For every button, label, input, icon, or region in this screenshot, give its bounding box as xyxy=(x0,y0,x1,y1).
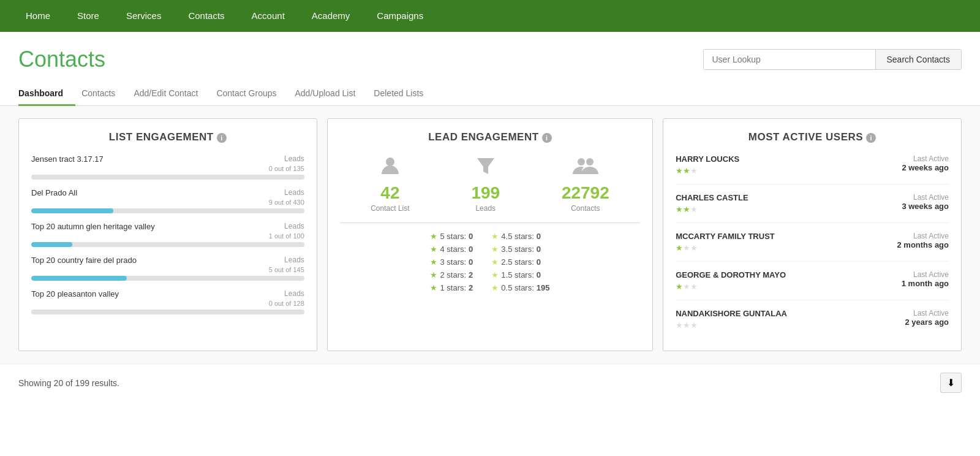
user-active: Last Active 2 years ago xyxy=(905,309,949,327)
progress-bar-bg xyxy=(31,310,304,314)
user-info: MCCARTY FAMILY TRUST ★★★ xyxy=(676,232,775,253)
user-row: George & Dorothy Mayo ★★★ Last Active 1 … xyxy=(676,270,949,300)
user-active: Last Active 3 weeks ago xyxy=(902,193,949,211)
star-row: ★ 0.5 stars: 195 xyxy=(491,283,549,292)
cards-row: LIST ENGAGEMENT i Jensen tract 3.17.17 L… xyxy=(18,118,962,351)
tab-add-upload-list[interactable]: Add/Upload List xyxy=(295,82,368,106)
star-empty-icon: ★ xyxy=(683,321,690,330)
list-item-subtext: 9 out of 430 xyxy=(31,199,304,206)
lead-stat-contacts: 22792 Contacts xyxy=(562,154,609,213)
star-empty-icon: ★ xyxy=(690,321,698,330)
tab-contact-groups[interactable]: Contact Groups xyxy=(216,82,288,106)
star-row: ★ 1 stars: 2 xyxy=(430,283,473,292)
star-empty-icon: ★ xyxy=(683,282,690,291)
header-area: Contacts Search Contacts xyxy=(0,32,980,82)
list-item: Top 20 pleasanton valley Leads 0 out of … xyxy=(31,289,304,314)
star-val: 0 xyxy=(537,257,541,267)
star-val: 195 xyxy=(537,283,550,292)
user-name: MCCARTY FAMILY TRUST xyxy=(676,232,775,241)
star-icon: ★ xyxy=(491,270,499,279)
nav-account[interactable]: Account xyxy=(238,0,298,32)
contact-list-label: Contact List xyxy=(371,204,409,213)
nav-campaigns[interactable]: Campaigns xyxy=(363,0,437,32)
lead-engagement-title: LEAD ENGAGEMENT i xyxy=(340,131,640,143)
lead-stat-contactlist: 42 Contact List xyxy=(371,154,409,213)
tab-contacts[interactable]: Contacts xyxy=(81,82,127,106)
user-active: Last Active 2 months ago xyxy=(897,232,949,249)
users-container: HARRY LOUCKS ★★★ Last Active 2 weeks ago… xyxy=(676,154,949,338)
main-content: LIST ENGAGEMENT i Jensen tract 3.17.17 L… xyxy=(0,106,980,363)
nav-store[interactable]: Store xyxy=(64,0,113,32)
user-info: George & Dorothy Mayo ★★★ xyxy=(676,270,786,291)
user-stars: ★★★ xyxy=(676,205,748,214)
tab-deleted-lists[interactable]: Deleted Lists xyxy=(374,82,435,106)
user-info: CHARLES CASTLE ★★★ xyxy=(676,193,748,214)
user-active-label: Last Active xyxy=(902,270,949,279)
star-row: ★ 3 stars: 0 xyxy=(430,257,473,267)
lead-engagement-card: LEAD ENGAGEMENT i 42 Contact List xyxy=(327,118,653,351)
search-input[interactable] xyxy=(704,50,875,69)
star-row: ★ 3.5 stars: 0 xyxy=(491,245,549,254)
search-bar: Search Contacts xyxy=(703,49,962,70)
list-item-name: Jensen tract 3.17.17 xyxy=(31,154,104,164)
most-active-info-icon[interactable]: i xyxy=(866,133,876,143)
lead-stats-row: 42 Contact List 199 Leads xyxy=(340,154,640,213)
group-icon xyxy=(562,154,609,181)
tab-dashboard[interactable]: Dashboard xyxy=(18,82,75,106)
star-val: 2 xyxy=(469,270,473,279)
nav-home[interactable]: Home xyxy=(12,0,64,32)
lead-divider xyxy=(340,222,640,223)
user-stars: ★★★ xyxy=(676,243,775,253)
main-nav: Home Store Services Contacts Account Aca… xyxy=(0,0,980,32)
star-icon: ★ xyxy=(491,283,499,292)
progress-bar-fill xyxy=(31,242,72,247)
star-empty-icon: ★ xyxy=(676,321,683,330)
list-item: Top 20 country faire del prado Leads 5 o… xyxy=(31,256,304,281)
leads-label: Leads xyxy=(471,204,500,213)
filter-icon xyxy=(471,154,500,181)
download-button[interactable]: ⬇ xyxy=(940,373,962,393)
list-item-name: Top 20 pleasanton valley xyxy=(31,289,119,298)
star-empty-icon: ★ xyxy=(690,282,698,291)
most-active-title: MOST ACTIVE USERS i xyxy=(676,131,949,143)
star-icon: ★ xyxy=(430,245,437,254)
svg-point-0 xyxy=(386,158,394,166)
nav-academy[interactable]: Academy xyxy=(298,0,364,32)
user-active-label: Last Active xyxy=(905,309,949,317)
list-engagement-card: LIST ENGAGEMENT i Jensen tract 3.17.17 L… xyxy=(18,118,317,351)
progress-bar-fill xyxy=(31,208,113,213)
star-val: 0 xyxy=(469,245,473,254)
user-info: Nandakishore Guntalaa ★★★ xyxy=(676,309,787,330)
tab-add-edit-contact[interactable]: Add/Edit Contact xyxy=(134,82,210,106)
user-name: George & Dorothy Mayo xyxy=(676,270,786,279)
user-name: Nandakishore Guntalaa xyxy=(676,309,787,318)
svg-point-2 xyxy=(578,158,585,165)
star-icon: ★ xyxy=(430,270,437,279)
user-active-label: Last Active xyxy=(902,193,949,202)
user-name: HARRY LOUCKS xyxy=(676,154,739,164)
star-ratings-right: ★ 4.5 stars: 0★ 3.5 stars: 0★ 2.5 stars:… xyxy=(491,232,549,292)
list-item-label: Leads xyxy=(284,188,304,197)
list-engagement-info-icon[interactable]: i xyxy=(217,133,227,143)
star-empty-icon: ★ xyxy=(690,166,698,175)
footer-bar: Showing 20 of 199 results. ⬇ xyxy=(0,363,980,401)
star-filled-icon: ★ xyxy=(676,243,683,253)
star-filled-icon: ★ xyxy=(676,282,683,291)
user-active-time: 3 weeks ago xyxy=(902,202,949,211)
star-filled-icon: ★ xyxy=(683,205,690,214)
nav-contacts[interactable]: Contacts xyxy=(175,0,238,32)
contact-list-number: 42 xyxy=(371,183,409,203)
list-item-label: Leads xyxy=(284,289,304,298)
star-filled-icon: ★ xyxy=(683,166,690,175)
list-item-name: Top 20 country faire del prado xyxy=(31,256,137,265)
svg-point-3 xyxy=(586,158,594,165)
progress-bar-bg xyxy=(31,175,304,180)
search-button[interactable]: Search Contacts xyxy=(875,50,962,69)
user-active: Last Active 2 weeks ago xyxy=(902,154,949,172)
user-row: Nandakishore Guntalaa ★★★ Last Active 2 … xyxy=(676,309,949,338)
star-row: ★ 4 stars: 0 xyxy=(430,245,473,254)
lead-stat-leads: 199 Leads xyxy=(471,154,500,213)
lead-engagement-info-icon[interactable]: i xyxy=(542,133,552,143)
nav-services[interactable]: Services xyxy=(113,0,175,32)
person-icon xyxy=(371,154,409,181)
